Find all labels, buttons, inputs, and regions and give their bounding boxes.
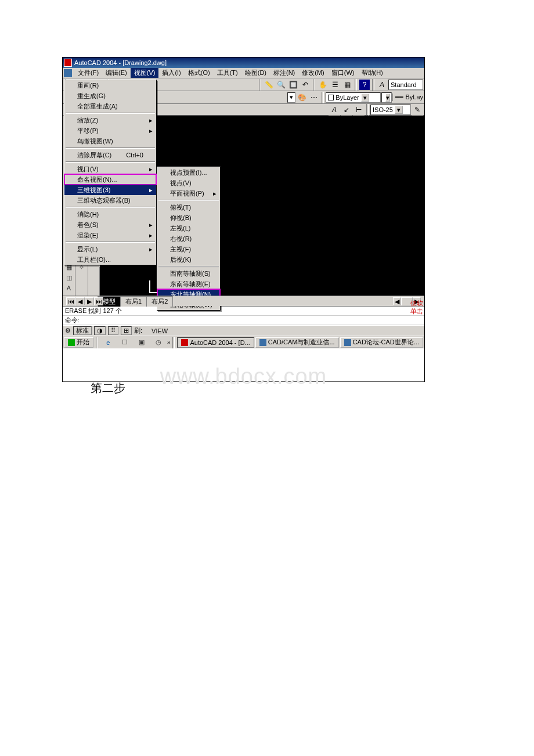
tab-next-icon[interactable]: ▶: [85, 297, 94, 305]
dim8-icon[interactable]: ⊢: [353, 104, 365, 116]
menu-insert[interactable]: 插入(I): [158, 68, 184, 78]
pan-icon[interactable]: ✋: [317, 79, 329, 91]
textstyle-combo[interactable]: Standard: [388, 80, 423, 90]
status-icon: ⚙: [65, 327, 71, 334]
color-icon[interactable]: 🎨: [296, 92, 308, 103]
dim6-icon[interactable]: A: [329, 104, 340, 116]
menu-item[interactable]: 缩放(Z)▸: [64, 115, 156, 125]
props-icon[interactable]: ☰: [329, 79, 341, 91]
menu-item[interactable]: 平面视图(P)▸: [157, 188, 220, 199]
menu-help[interactable]: 帮助(H): [358, 68, 387, 78]
help-icon[interactable]: ?: [359, 79, 370, 91]
menu-item[interactable]: 仰视(B): [157, 213, 220, 223]
menu-item[interactable]: 全部重生成(A): [64, 101, 156, 111]
color-combo[interactable]: ▾: [287, 92, 295, 103]
menu-view[interactable]: 视图(V): [131, 68, 159, 78]
menu-item[interactable]: 三维动态观察器(B): [64, 195, 156, 206]
menu-item[interactable]: 三维视图(3)▸: [64, 185, 156, 195]
task-cadcam[interactable]: CAD/CAM与制造业信...: [255, 337, 339, 348]
zoom-win-icon[interactable]: 🔲: [287, 79, 299, 91]
menu-item[interactable]: 视点(V): [157, 178, 220, 188]
command-area: ERASE 找到 127 个 命令:: [63, 306, 424, 325]
status-mode[interactable]: 标准: [73, 326, 92, 335]
step-caption: 第二步: [91, 380, 452, 413]
text-icon[interactable]: A: [63, 283, 75, 293]
tab-last-icon[interactable]: ⏭: [94, 297, 103, 305]
dist-icon[interactable]: 📏: [263, 79, 275, 91]
dc-icon[interactable]: ▦: [341, 79, 353, 91]
menu-format[interactable]: 格式(O): [185, 68, 214, 78]
menu-item[interactable]: 视口(V)▸: [64, 164, 156, 174]
status-snap[interactable]: ◑: [94, 326, 106, 335]
dim7-icon[interactable]: ↙: [341, 104, 352, 116]
app-icon: [64, 59, 72, 67]
menu-item[interactable]: 视点预置(I)...: [157, 167, 220, 178]
menu-draw[interactable]: 绘图(D): [241, 68, 270, 78]
menu-item[interactable]: 工具栏(O)...: [64, 254, 156, 265]
task-autocad[interactable]: AutoCAD 2004 - [D...: [177, 337, 254, 348]
menu-modify[interactable]: 修改(M): [298, 68, 328, 78]
menu-bar[interactable]: 文件(F) 编辑(E) 视图(V) 插入(I) 格式(O) 工具(T) 绘图(D…: [63, 68, 424, 78]
ql-desktop-icon[interactable]: ☐: [119, 337, 131, 348]
ql-ie-icon[interactable]: e: [102, 337, 114, 348]
title-bar: AutoCAD 2004 - [Drawing2.dwg]: [63, 57, 424, 68]
ql-4-icon[interactable]: ◷: [153, 337, 164, 348]
menu-item[interactable]: 东南等轴测(E): [157, 279, 220, 289]
window-title: AutoCAD 2004 - [Drawing2.dwg]: [74, 59, 167, 66]
view-menu-popup[interactable]: 重画(R)重生成(G)全部重生成(A)缩放(Z)▸平移(P)▸鸟瞰视图(W)清除…: [64, 80, 157, 265]
mdi-icon: [64, 69, 72, 77]
bylayer-combo[interactable]: ByLayer▾: [326, 92, 381, 103]
task-forum[interactable]: CAD论坛-CAD世界论...: [340, 337, 423, 348]
work-area: ╱ ╱ ⤳ ⬠ ▭ ⌒ ○ ☁ ∿ ◯ ◡ ⊞ ⊟ • ▦ ◫ A: [63, 116, 424, 296]
side-note-2: 单击: [410, 307, 423, 316]
windows-taskbar: 开始 e ☐ ▣ ◷ » AutoCAD 2004 - [D... CAD/CA…: [63, 336, 424, 348]
zoom-prev-icon[interactable]: ↶: [300, 79, 311, 91]
dimstyle-combo[interactable]: ISO-25▾: [370, 105, 411, 115]
menu-item[interactable]: 清除屏幕(C)Ctrl+0: [64, 150, 156, 160]
menu-edit[interactable]: 编辑(E): [102, 68, 131, 78]
3dview-submenu-popup[interactable]: 视点预置(I)...视点(V)平面视图(P)▸俯视(T)仰视(B)左视(L)右视…: [157, 167, 221, 311]
menu-tools[interactable]: 工具(T): [214, 68, 241, 78]
menu-file[interactable]: 文件(F): [74, 68, 102, 78]
menu-item[interactable]: 命名视图(N)...: [64, 174, 156, 185]
menu-item[interactable]: 后视(K): [157, 254, 220, 265]
ltype-icon[interactable]: ⋯: [308, 92, 320, 103]
tab-layout1[interactable]: 布局1: [120, 296, 147, 307]
zoom-icon[interactable]: 🔍: [275, 79, 287, 91]
status-grid[interactable]: ⠿: [108, 326, 118, 335]
menu-item[interactable]: 渲染(E)▸: [64, 230, 156, 240]
status-brush: 刷:: [134, 326, 142, 335]
menu-item[interactable]: 重画(R): [64, 80, 156, 91]
status-cmd: VIEW: [151, 327, 168, 334]
menu-item[interactable]: 消隐(H): [64, 209, 156, 219]
menu-item[interactable]: 右视(R): [157, 233, 220, 244]
tab-prev-icon[interactable]: ◀: [75, 297, 85, 305]
menu-item[interactable]: 主视(F): [157, 244, 220, 254]
menu-item[interactable]: 重生成(G): [64, 91, 156, 101]
status-ortho[interactable]: ⊞: [121, 326, 132, 335]
ql-3-icon[interactable]: ▣: [136, 337, 147, 348]
layout-tabs[interactable]: ⏮ ◀ ▶ ⏭ 模型 布局1 布局2 ◀ ▶: [63, 296, 424, 306]
menu-item[interactable]: 平移(P)▸: [64, 125, 156, 136]
command-input[interactable]: 命令:: [63, 316, 424, 325]
lweight-combo[interactable]: ▾: [381, 92, 392, 103]
tab-first-icon[interactable]: ⏮: [66, 297, 75, 305]
side-note-1: 便软: [410, 299, 423, 308]
menu-item[interactable]: 显示(L)▸: [64, 244, 156, 254]
menu-item[interactable]: 鸟瞰视图(W): [64, 136, 156, 146]
tab-layout2[interactable]: 布局2: [146, 296, 173, 307]
menu-item[interactable]: 俯视(T): [157, 202, 220, 213]
region-icon[interactable]: ◫: [63, 272, 75, 283]
start-button[interactable]: 开始: [64, 337, 93, 348]
menu-item[interactable]: 着色(S)▸: [64, 219, 156, 230]
status-bar: ⚙ 标准 ◑ ⠿ ⊞ 刷: VIEW: [63, 325, 424, 336]
command-history: ERASE 找到 127 个: [63, 307, 424, 316]
menu-item[interactable]: 西南等轴测(S): [157, 268, 220, 279]
dim9-icon[interactable]: ✎: [412, 104, 423, 116]
menu-item[interactable]: 左视(L): [157, 223, 220, 233]
drawing-canvas[interactable]: ➤ 重画(R)重生成(G)全部重生成(A)缩放(Z)▸平移(P)▸鸟瞰视图(W)…: [100, 116, 424, 296]
menu-window[interactable]: 窗口(W): [328, 68, 358, 78]
hscroll-left-icon[interactable]: ◀: [393, 297, 401, 305]
menu-dim[interactable]: 标注(N): [270, 68, 298, 78]
textstyle-icon[interactable]: A: [376, 79, 388, 91]
